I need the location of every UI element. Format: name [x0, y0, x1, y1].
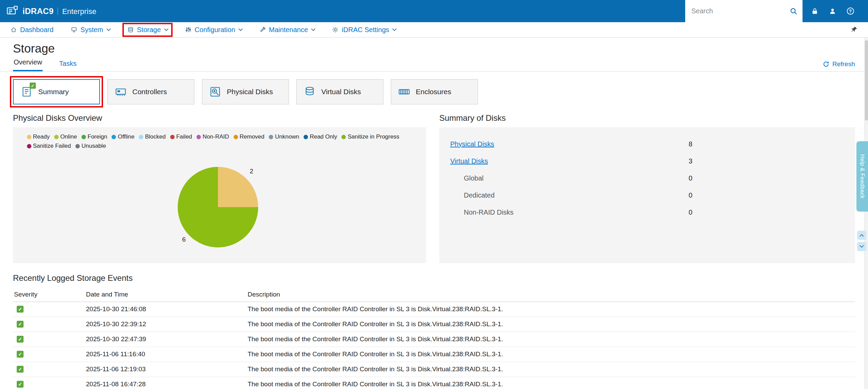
legend-label: Non-RAID: [203, 133, 229, 140]
chevron-down-icon: [238, 27, 243, 31]
event-datetime: 2025-11-06 11:16:40: [86, 347, 248, 362]
legend-label: Read Only: [310, 133, 337, 140]
legend-color-dot: [27, 144, 31, 148]
chevron-down-icon: [859, 243, 864, 248]
chevron-down-icon: [311, 27, 315, 31]
severity-ok-icon: [17, 381, 24, 388]
legend-item: Blocked: [139, 133, 165, 140]
pin-icon[interactable]: [850, 26, 858, 33]
virtual-disks-count: 3: [689, 157, 692, 165]
table-row: 2025-11-08 16:47:28 The boot media of th…: [13, 377, 855, 389]
nav-item-idrac-settings[interactable]: iDRAC Settings: [332, 26, 396, 34]
cards-row: Summary Controllers Physical Disks: [13, 79, 855, 104]
severity-ok-icon: [17, 336, 24, 343]
edition-label: Enterprise: [62, 7, 96, 16]
system-icon: [71, 26, 77, 33]
card-label: Virtual Disks: [321, 88, 361, 96]
legend-color-dot: [54, 135, 59, 139]
help-feedback-tab[interactable]: Help & Feedback: [856, 141, 868, 212]
tab-overview[interactable]: Overview: [13, 58, 43, 71]
table-row: 2025-11-06 11:16:40 The boot media of th…: [13, 347, 855, 362]
tab-tasks[interactable]: Tasks: [58, 60, 77, 71]
legend-color-dot: [139, 135, 143, 139]
legend-color-dot: [27, 135, 31, 139]
col-description: Description: [248, 287, 855, 302]
legend-color-dot: [341, 135, 346, 139]
refresh-button[interactable]: Refresh: [823, 60, 855, 71]
event-datetime: 2025-10-30 22:39:12: [86, 317, 248, 332]
card-controllers[interactable]: Controllers: [107, 79, 194, 104]
physical-disks-count: 8: [689, 140, 692, 148]
scroll-up-button[interactable]: [857, 231, 866, 240]
dedicated-label: Dedicated: [464, 191, 495, 199]
nav-item-configuration[interactable]: Configuration: [185, 26, 242, 34]
dashboard-icon: [10, 26, 17, 33]
top-bar: iDRAC9 Enterprise: [0, 0, 868, 22]
event-description: The boot media of the Controller RAID Co…: [248, 362, 855, 377]
card-label: Physical Disks: [227, 88, 273, 96]
enclosures-icon: [398, 86, 410, 98]
tabs-bar: Overview Tasks Refresh: [0, 57, 868, 72]
nav-item-dashboard[interactable]: Dashboard: [10, 26, 54, 34]
nav-item-system[interactable]: System: [71, 26, 110, 34]
user-icon[interactable]: [828, 7, 837, 15]
help-icon[interactable]: [846, 7, 854, 15]
product-name: iDRAC9: [23, 6, 54, 16]
legend-item: Removed: [234, 133, 265, 140]
legend-label: Sanitize Failed: [33, 143, 71, 149]
scrollbar-thumb[interactable]: [865, 40, 868, 120]
search-box: [685, 0, 803, 22]
pie-legend: Ready Online Foreign Offline Blocked Fai…: [27, 127, 412, 149]
section-title-physical-disks-overview: Physical Disks Overview: [13, 113, 426, 123]
configuration-icon: [185, 26, 192, 33]
global-count: 0: [689, 174, 692, 182]
legend-item: Offline: [112, 133, 134, 140]
summary-row-virtual-disks: Virtual Disks 3: [439, 153, 855, 170]
summary-of-disks-panel: Physical Disks 8 Virtual Disks 3 Global …: [439, 127, 855, 263]
search-icon[interactable]: [785, 0, 803, 22]
nav-item-storage[interactable]: Storage: [127, 26, 168, 34]
card-summary[interactable]: Summary: [13, 79, 100, 104]
nav-item-maintenance[interactable]: Maintenance: [259, 26, 315, 34]
scroll-buttons: [857, 231, 866, 251]
legend-item: Unknown: [269, 133, 299, 140]
search-input[interactable]: [685, 0, 785, 22]
brand-divider: [58, 8, 58, 15]
severity-ok-icon: [17, 351, 24, 358]
card-enclosures[interactable]: Enclosures: [391, 79, 478, 104]
event-description: The boot media of the Controller RAID Co…: [248, 347, 855, 362]
event-datetime: 2025-10-30 22:47:39: [86, 332, 248, 347]
legend-color-dot: [82, 135, 86, 139]
legend-color-dot: [304, 135, 308, 139]
card-label: Enclosures: [416, 88, 451, 96]
lock-icon[interactable]: [811, 7, 819, 15]
summary-row-non-raid: Non-RAID Disks 0: [439, 204, 855, 221]
scrollbar-track[interactable]: [864, 38, 868, 389]
legend-color-dot: [75, 144, 80, 148]
main-nav: Dashboard System Storage Configuration M…: [0, 22, 868, 38]
pie-slice-value-ready: 2: [250, 168, 253, 175]
physical-disks-overview-section: Physical Disks Overview Ready Online For…: [13, 113, 426, 263]
summary-row-physical-disks: Physical Disks 8: [439, 135, 855, 153]
nav-label: Configuration: [195, 26, 235, 34]
legend-item: Online: [54, 133, 77, 140]
table-row: 2025-10-30 21:46:08 The boot media of th…: [13, 302, 855, 317]
maintenance-icon: [259, 26, 266, 33]
refresh-label: Refresh: [832, 60, 855, 68]
virtual-disks-link[interactable]: Virtual Disks: [450, 157, 488, 165]
physical-disks-link[interactable]: Physical Disks: [450, 140, 494, 148]
legend-item: Foreign: [82, 133, 107, 140]
card-physical-disks[interactable]: Physical Disks: [202, 79, 289, 104]
table-header-row: Severity Date and Time Description: [13, 287, 855, 302]
scroll-down-button[interactable]: [857, 242, 866, 251]
legend-item: Sanitize Failed: [27, 143, 71, 149]
legend-item: Failed: [170, 133, 192, 140]
event-datetime: 2025-11-06 12:19:03: [86, 362, 248, 377]
content-columns: Physical Disks Overview Ready Online For…: [13, 113, 855, 263]
card-virtual-disks[interactable]: Virtual Disks: [296, 79, 383, 104]
col-severity: Severity: [13, 287, 86, 302]
col-datetime: Date and Time: [86, 287, 248, 302]
summary-of-disks-section: Summary of Disks Physical Disks 8 Virtua…: [439, 113, 855, 263]
ok-badge-icon: [30, 83, 36, 89]
section-title-summary-of-disks: Summary of Disks: [439, 113, 855, 123]
